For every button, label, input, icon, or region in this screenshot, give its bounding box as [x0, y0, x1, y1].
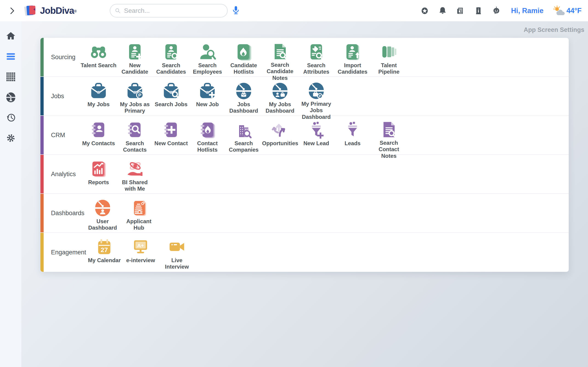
app-item-label: Contact Hotlists	[190, 140, 225, 153]
app-item-label: Reports	[81, 179, 116, 186]
app-item-new-lead[interactable]: New Lead	[298, 116, 334, 154]
chatbot-icon[interactable]	[492, 6, 501, 15]
sidebar-collapse-chevron-icon[interactable]	[7, 6, 17, 16]
app-item-search-attributes[interactable]: Search Attributes	[298, 38, 334, 76]
book-person-icon	[89, 120, 108, 139]
category-row-analytics: AnalyticsReportsBI Shared with Me	[40, 155, 569, 194]
app-item-search-employees[interactable]: Search Employees	[189, 38, 225, 76]
app-item-reports[interactable]: Reports	[80, 155, 117, 193]
gauge-briefcase-p-icon: P	[307, 81, 326, 100]
app-item-candidate-hotlists[interactable]: Candidate Hotlists	[225, 38, 262, 76]
app-item-applicant-hub[interactable]: Applicant Hub	[121, 194, 157, 232]
app-item-new-job[interactable]: New Job	[189, 77, 225, 115]
category-row-sourcing: SourcingTalent SearchNew CandidateSearch…	[40, 38, 569, 77]
app-item-e-interview[interactable]: A+e-interview	[122, 233, 159, 272]
app-item-search-jobs[interactable]: Search Jobs	[153, 77, 189, 115]
gauge-person-briefcase-icon	[271, 81, 289, 100]
app-item-search-candidate-notes[interactable]: Search Candidate Notes	[262, 38, 298, 76]
category-items: 27My CalendarA+e-interviewLive Interview	[86, 233, 195, 272]
app-item-search-companies[interactable]: Search Companies	[225, 116, 262, 154]
notifications-icon[interactable]	[438, 6, 447, 15]
book-flame-icon	[198, 120, 217, 139]
app-item-my-jobs-as-primary[interactable]: PMy Jobs as Primary	[117, 77, 153, 115]
registered-mark: ®	[74, 9, 77, 13]
app-item-new-contact[interactable]: New Contact	[153, 116, 189, 154]
category-items: User DashboardApplicant Hub	[85, 194, 157, 232]
app-launcher-card: SourcingTalent SearchNew CandidateSearch…	[40, 38, 569, 272]
app-item-user-dashboard[interactable]: User Dashboard	[85, 194, 121, 232]
sidebar-item-user-dashboard[interactable]	[5, 92, 16, 103]
app-item-bi-shared-with-me[interactable]: BI Shared with Me	[117, 155, 153, 193]
app-item-label: Talent Pipeline	[371, 62, 407, 75]
tag-doc-search-icon	[307, 42, 326, 61]
app-item-talent-pipeline[interactable]: Talent Pipeline	[371, 38, 407, 76]
briefcase-icon	[89, 81, 108, 100]
favorites-icon[interactable]	[420, 6, 429, 15]
app-item-label: Search Employees	[190, 62, 225, 75]
app-item-talent-search[interactable]: Talent Search	[80, 38, 117, 76]
doc-search-icon	[380, 120, 398, 139]
category-items: My JobsPMy Jobs as PrimarySearch JobsNew…	[80, 77, 334, 115]
sidebar-item-history[interactable]	[5, 112, 16, 123]
app-item-label: Search Contacts	[117, 140, 153, 153]
briefcase-plus-icon	[198, 81, 217, 100]
weather-sun-cloud-icon	[553, 5, 566, 17]
app-item-my-primary-jobs-dashboard[interactable]: PMy Primary Jobs Dashboard	[298, 77, 334, 115]
news-icon[interactable]	[456, 6, 465, 15]
app-screen-settings-link[interactable]: App Screen Settings	[524, 26, 584, 33]
sidebar-item-apps-grid[interactable]	[5, 71, 16, 82]
app-item-label: My Calendar	[86, 257, 122, 264]
app-item-search-contacts[interactable]: Search Contacts	[117, 116, 153, 154]
app-item-label: Candidate Hotlists	[226, 62, 262, 75]
app-item-label: New Contact	[153, 140, 189, 147]
app-item-my-jobs-dashboard[interactable]: My Jobs Dashboard	[262, 77, 298, 115]
app-item-my-calendar[interactable]: 27My Calendar	[86, 233, 122, 272]
app-item-my-contacts[interactable]: My Contacts	[80, 116, 117, 154]
sidebar-item-home[interactable]	[5, 31, 16, 42]
user-greeting[interactable]: Hi, Ramie	[511, 7, 544, 15]
building-search-icon	[234, 120, 253, 139]
app-item-label: Search Attributes	[298, 62, 334, 75]
app-item-jobs-dashboard[interactable]: Jobs Dashboard	[225, 77, 262, 115]
gauge-briefcase-icon	[234, 81, 253, 100]
funnel-plus-icon	[307, 120, 326, 139]
app-item-label: Search Jobs	[153, 101, 189, 108]
topbar-actions: Hi, Ramie 44°F	[411, 0, 582, 21]
app-item-live-interview[interactable]: Live Interview	[159, 233, 195, 272]
sidebar-item-menu[interactable]	[5, 51, 16, 62]
category-label: Engagement	[44, 233, 86, 272]
voice-search-mic-icon[interactable]	[231, 5, 241, 16]
app-item-label: Search Companies	[226, 140, 262, 153]
temperature-label: 44°F	[566, 7, 582, 15]
app-item-contact-hotlists[interactable]: Contact Hotlists	[189, 116, 225, 154]
sidebar-item-settings[interactable]	[5, 133, 16, 144]
app-item-leads[interactable]: Leads	[334, 116, 371, 154]
binoculars-icon	[89, 42, 108, 61]
app-item-opportunities[interactable]: Opportunities	[262, 116, 298, 154]
jobdiva-logo[interactable]: JobDiva®	[24, 4, 77, 17]
app-item-my-jobs[interactable]: My Jobs	[80, 77, 117, 115]
search-input[interactable]	[124, 7, 223, 15]
chart-card-icon	[89, 159, 108, 178]
app-item-search-contact-notes[interactable]: Search Contact Notes	[371, 116, 407, 154]
svg-text:A+: A+	[137, 243, 144, 248]
global-search[interactable]	[110, 4, 228, 17]
grid-icon	[5, 71, 16, 82]
app-item-label: Leads	[335, 140, 371, 147]
app-item-label: Jobs Dashboard	[226, 101, 262, 114]
category-color-strip	[40, 233, 44, 272]
category-label: Dashboards	[44, 194, 85, 232]
jobdiva-logo-icon	[24, 4, 38, 17]
app-item-label: Talent Search	[81, 62, 116, 69]
app-item-new-candidate[interactable]: New Candidate	[117, 38, 153, 76]
app-item-label: My Jobs	[81, 101, 116, 108]
app-item-label: New Lead	[298, 140, 334, 147]
app-item-label: Live Interview	[159, 257, 195, 270]
knowledge-base-icon[interactable]	[474, 6, 483, 15]
card-person-import-icon	[343, 42, 362, 61]
app-item-search-candidates[interactable]: Search Candidates	[153, 38, 189, 76]
search-icon	[114, 7, 121, 14]
app-item-import-candidates[interactable]: Import Candidates	[334, 38, 371, 76]
category-color-strip	[40, 155, 44, 193]
app-item-label: New Job	[190, 101, 225, 108]
